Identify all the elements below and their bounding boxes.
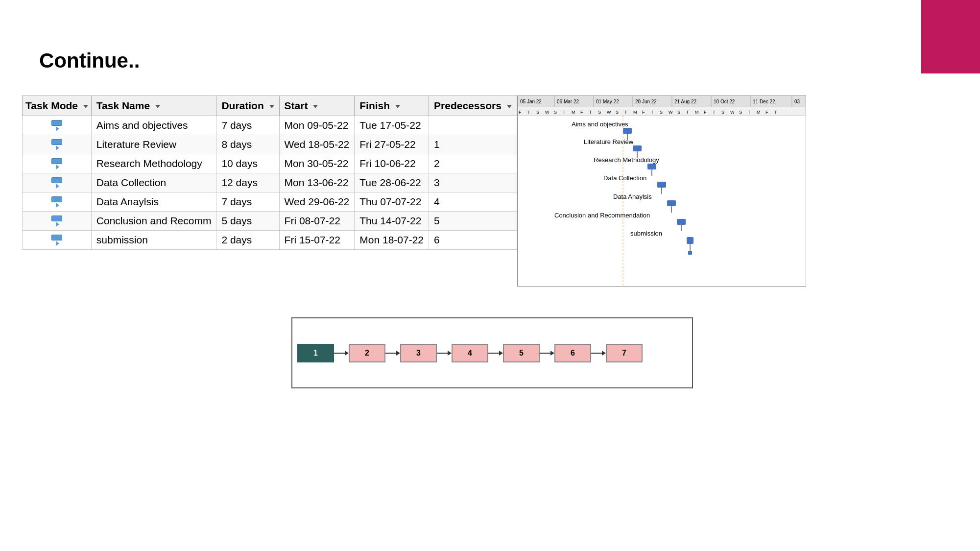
- svg-text:03: 03: [794, 99, 800, 104]
- task-start-cell: Fri 08-07-22: [279, 212, 355, 231]
- task-duration-cell: 8 days: [216, 135, 279, 154]
- svg-rect-49: [623, 128, 632, 134]
- svg-text:S: S: [554, 110, 557, 115]
- svg-text:S: S: [660, 110, 663, 115]
- task-mode-icon: [25, 196, 88, 208]
- svg-text:Aims and objectives: Aims and objectives: [572, 120, 628, 128]
- svg-text:M: M: [695, 110, 699, 115]
- task-finish-cell: Tue 28-06-22: [355, 173, 429, 192]
- node-box: 5: [503, 344, 540, 362]
- svg-text:S: S: [677, 110, 680, 115]
- col-header-task-mode[interactable]: Task Mode: [23, 96, 92, 116]
- task-start-cell: Mon 30-05-22: [279, 154, 355, 173]
- col-header-start[interactable]: Start: [279, 96, 355, 116]
- task-icon-box: [51, 177, 62, 183]
- task-predecessors-cell: 1: [429, 135, 517, 154]
- gantt-area: Task Mode Task Name Duration Start: [22, 96, 806, 287]
- node-box: 3: [400, 344, 437, 362]
- arrow-head: [550, 351, 554, 356]
- svg-text:01 May 22: 01 May 22: [596, 99, 619, 104]
- svg-text:11 Dec 22: 11 Dec 22: [753, 99, 775, 104]
- svg-text:S: S: [536, 110, 539, 115]
- task-duration-cell: 12 days: [216, 173, 279, 192]
- network-node: 4: [452, 344, 488, 362]
- task-icon-box: [51, 196, 62, 202]
- svg-text:S: S: [721, 110, 724, 115]
- task-icon-arrow: [56, 145, 59, 150]
- task-mode-cell: [23, 135, 92, 154]
- task-icon-arrow: [56, 222, 59, 227]
- task-icon-arrow: [56, 203, 59, 208]
- task-name-cell: Literature Review: [91, 135, 216, 154]
- finish-filter-arrow: [395, 105, 400, 108]
- task-mode-icon: [25, 158, 88, 169]
- task-duration-cell: 10 days: [216, 154, 279, 173]
- svg-rect-67: [687, 237, 693, 244]
- svg-text:06 Mar 22: 06 Mar 22: [557, 99, 579, 104]
- table-row: Research Methodology10 daysMon 30-05-22F…: [23, 154, 517, 173]
- task-finish-cell: Mon 18-07-22: [355, 231, 429, 250]
- arrow-line: [385, 353, 396, 354]
- svg-text:W: W: [545, 110, 550, 115]
- arrow-head: [499, 351, 503, 356]
- table-row: Literature Review8 daysWed 18-05-22Fri 2…: [23, 135, 517, 154]
- node-connector-arrow: [540, 351, 554, 356]
- svg-text:F: F: [642, 110, 645, 115]
- task-duration-cell: 7 days: [216, 192, 279, 212]
- task-mode-cell: [23, 116, 92, 135]
- arrow-line: [488, 353, 499, 354]
- svg-text:T: T: [624, 110, 627, 115]
- network-node: 6: [554, 344, 591, 362]
- task-icon-arrow: [56, 165, 59, 169]
- network-node: 1: [297, 344, 334, 362]
- svg-text:W: W: [607, 110, 611, 115]
- svg-rect-64: [677, 219, 686, 225]
- task-start-cell: Mon 13-06-22: [279, 173, 355, 192]
- arrow-line: [437, 353, 448, 354]
- col-header-duration[interactable]: Duration: [216, 96, 279, 116]
- table-row: Data Collection12 daysMon 13-06-22Tue 28…: [23, 173, 517, 192]
- table-row: Conclusion and Recomm5 daysFri 08-07-22T…: [23, 212, 517, 231]
- task-mode-cell: [23, 192, 92, 212]
- task-predecessors-cell: [429, 116, 517, 135]
- task-mode-icon: [25, 120, 88, 131]
- node-connector-arrow: [334, 351, 349, 356]
- svg-text:F: F: [765, 110, 768, 115]
- task-icon-box: [51, 120, 62, 126]
- svg-text:21 Aug 22: 21 Aug 22: [674, 99, 696, 104]
- col-header-task-name[interactable]: Task Name: [91, 96, 216, 116]
- task-icon-box: [51, 139, 62, 145]
- svg-text:Data Anaylsis: Data Anaylsis: [613, 193, 652, 200]
- task-name-cell: Conclusion and Recomm: [91, 212, 216, 231]
- task-name-cell: Aims and objectives: [91, 116, 216, 135]
- gantt-chart-panel: 05 Jan 22 06 Mar 22 01 May 22 20 Jun 22 …: [517, 96, 806, 287]
- svg-text:M: M: [633, 110, 637, 115]
- task-icon-arrow: [56, 126, 59, 131]
- svg-text:Data Collection: Data Collection: [603, 174, 646, 182]
- task-duration-cell: 2 days: [216, 231, 279, 250]
- svg-text:S: S: [598, 110, 601, 115]
- arrow-line: [334, 353, 345, 354]
- svg-text:M: M: [757, 110, 761, 115]
- task-name-cell: Research Methodology: [91, 154, 216, 173]
- svg-text:S: S: [616, 110, 619, 115]
- task-icon-box: [51, 235, 62, 240]
- task-predecessors-cell: 6: [429, 231, 517, 250]
- svg-text:10 Oct 22: 10 Oct 22: [714, 99, 735, 104]
- top-right-decoration: [921, 0, 980, 73]
- node-box: 6: [554, 344, 591, 362]
- task-predecessors-cell: 2: [429, 154, 517, 173]
- duration-filter-arrow: [269, 105, 274, 108]
- task-start-cell: Wed 29-06-22: [279, 192, 355, 212]
- node-box: 7: [606, 344, 643, 362]
- col-header-predecessors[interactable]: Predecessors: [429, 96, 517, 116]
- network-node: 7: [606, 344, 643, 362]
- arrow-line: [540, 353, 550, 354]
- task-finish-cell: Fri 10-06-22: [355, 154, 429, 173]
- col-header-finish[interactable]: Finish: [355, 96, 429, 116]
- network-node: 3: [400, 344, 437, 362]
- task-table: Task Mode Task Name Duration Start: [22, 96, 517, 250]
- node-connector-arrow: [591, 351, 606, 356]
- svg-text:T: T: [563, 110, 566, 115]
- svg-text:F: F: [704, 110, 707, 115]
